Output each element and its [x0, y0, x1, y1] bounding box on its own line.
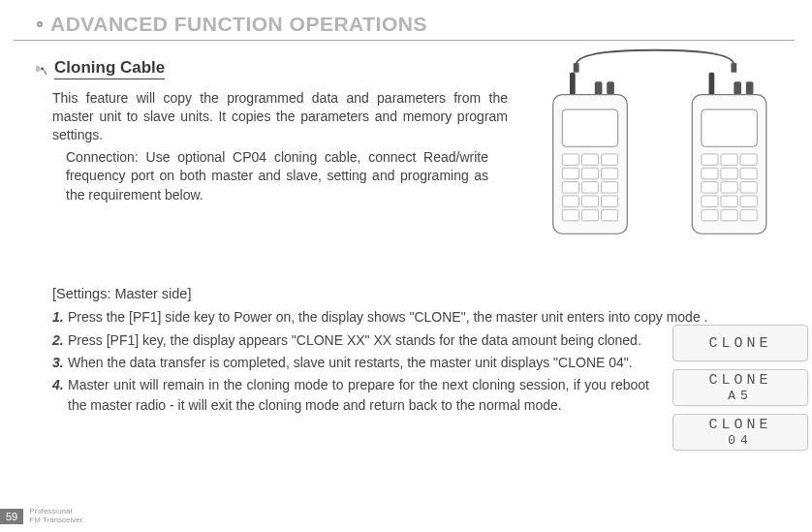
- svg-rect-20: [562, 209, 578, 220]
- svg-rect-24: [734, 81, 741, 94]
- svg-point-0: [41, 67, 44, 70]
- svg-rect-39: [740, 196, 757, 206]
- svg-rect-25: [746, 81, 754, 94]
- svg-rect-15: [581, 182, 598, 193]
- display-line2: A5: [728, 389, 753, 403]
- svg-rect-11: [562, 168, 578, 178]
- svg-rect-42: [740, 209, 757, 220]
- svg-rect-10: [601, 154, 617, 165]
- svg-rect-37: [702, 196, 718, 206]
- svg-rect-30: [740, 154, 757, 165]
- display-line1: CLONE: [708, 372, 771, 389]
- svg-rect-21: [581, 209, 598, 220]
- intro-text: This feature will copy the programmed da…: [52, 89, 508, 144]
- display-box: CLONE A5: [672, 369, 808, 406]
- svg-rect-1: [574, 63, 579, 73]
- svg-rect-34: [702, 182, 718, 193]
- display-line2: 04: [728, 433, 753, 448]
- svg-rect-16: [601, 182, 617, 193]
- svg-rect-31: [702, 168, 718, 178]
- page-footer: 59 Professional FM Transceiver: [0, 508, 82, 524]
- svg-rect-2: [731, 63, 736, 73]
- svg-rect-40: [702, 209, 718, 220]
- svg-rect-17: [562, 196, 578, 206]
- svg-rect-7: [562, 110, 617, 146]
- footer-line2: FM Transceiver: [29, 516, 82, 524]
- bullet-icon: [37, 21, 43, 27]
- svg-rect-36: [740, 182, 757, 193]
- connection-text: Connection: Use optional CP04 cloning ca…: [52, 148, 488, 205]
- steps-wrap: 1.Press the [PF1] side key to Power on, …: [52, 307, 795, 414]
- page-number: 59: [0, 509, 23, 524]
- svg-rect-14: [562, 182, 578, 193]
- section-title: Cloning Cable: [54, 58, 165, 79]
- svg-rect-9: [581, 154, 598, 165]
- page-title: ADVANCED FUNCTION OPERATIONS: [50, 13, 427, 36]
- step-text: When the data transfer is completed, sla…: [68, 355, 633, 370]
- svg-rect-13: [601, 168, 617, 178]
- display-box: CLONE 04: [672, 414, 808, 451]
- svg-rect-33: [740, 168, 757, 178]
- display-line1: CLONE: [708, 335, 771, 352]
- svg-rect-4: [595, 81, 603, 94]
- svg-rect-22: [601, 209, 617, 220]
- svg-rect-32: [721, 168, 737, 178]
- svg-rect-27: [702, 110, 757, 146]
- title-bar: ADVANCED FUNCTION OPERATIONS: [14, 10, 795, 41]
- display-line1: CLONE: [708, 417, 771, 433]
- svg-rect-18: [581, 196, 598, 206]
- radio-diagram: [525, 45, 785, 253]
- display-stack: CLONE CLONE A5 CLONE 04: [672, 325, 808, 451]
- display-box: CLONE: [672, 325, 808, 361]
- settings-label: [Settings: Master side]: [52, 286, 795, 301]
- footer-text: Professional FM Transceiver: [29, 508, 82, 524]
- svg-rect-19: [601, 196, 617, 206]
- svg-rect-8: [562, 154, 578, 165]
- step-text: Press the [PF1] side key to Power on, th…: [68, 309, 707, 325]
- svg-rect-12: [581, 168, 598, 178]
- svg-rect-28: [702, 154, 718, 165]
- step-text: Master unit will remain in the cloning m…: [68, 377, 649, 412]
- signal-icon: [35, 62, 48, 76]
- svg-rect-41: [721, 209, 737, 220]
- svg-rect-5: [607, 81, 614, 94]
- step-text: Press [PF1] key, the display appears "CL…: [68, 332, 641, 348]
- svg-rect-38: [721, 196, 737, 206]
- svg-rect-29: [721, 154, 737, 165]
- svg-rect-35: [721, 182, 737, 193]
